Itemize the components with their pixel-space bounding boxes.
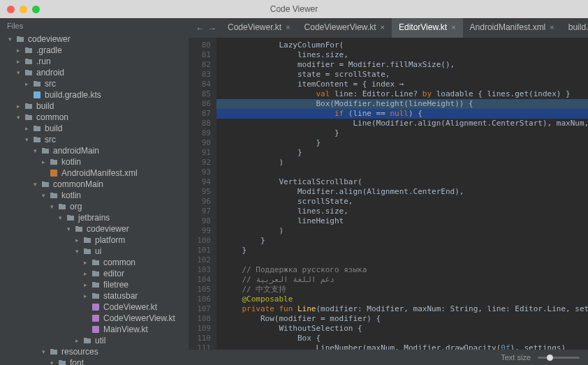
slider-thumb[interactable] — [547, 355, 553, 361]
tree-item[interactable]: ▸platform — [0, 234, 189, 246]
editor-tab[interactable]: build.gradle.kts× — [561, 18, 588, 38]
chevron-right-icon[interactable]: ▸ — [75, 337, 82, 344]
tree-item[interactable]: ▸filetree — [0, 279, 189, 290]
tree-item[interactable]: ▸statusbar — [0, 290, 189, 301]
chevron-down-icon[interactable]: ▾ — [50, 359, 57, 365]
tree-item[interactable]: CodeViewerView.kt — [0, 313, 189, 324]
code-line[interactable]: WithoutSelection { — [216, 324, 588, 334]
chevron-down-icon[interactable]: ▾ — [75, 248, 82, 255]
tree-item[interactable]: ▸build — [0, 123, 189, 134]
tree-item[interactable]: ▾org — [0, 201, 189, 212]
tree-item[interactable]: AndroidManifest.xml — [0, 167, 189, 179]
chevron-right-icon[interactable]: ▸ — [84, 259, 91, 266]
code-content[interactable]: LazyColumnFor( lines.size, modifier = Mo… — [216, 38, 588, 350]
chevron-right-icon[interactable]: ▸ — [17, 47, 24, 54]
tree-item[interactable]: ▾codeviewer — [0, 33, 189, 45]
tree-item[interactable]: ▸editor — [0, 268, 189, 279]
window-maximize-button[interactable] — [32, 6, 40, 13]
chevron-down-icon[interactable]: ▾ — [17, 69, 24, 76]
editor-tab[interactable]: AndroidManifest.xml× — [463, 18, 561, 38]
code-line[interactable]: private fun Line(modifier: Modifier, max… — [216, 304, 588, 314]
code-line[interactable]: ) — [216, 158, 588, 167]
tree-item[interactable]: ▾android — [0, 67, 189, 78]
tree-item[interactable]: ▾src — [0, 134, 189, 145]
chevron-right-icon[interactable]: ▸ — [17, 58, 24, 65]
code-line[interactable]: // 中文支持 — [216, 285, 588, 295]
chevron-right-icon[interactable]: ▸ — [75, 237, 82, 244]
code-line[interactable]: lines.size, — [216, 207, 588, 216]
chevron-right-icon[interactable]: ▸ — [84, 281, 91, 288]
chevron-down-icon[interactable]: ▾ — [34, 147, 41, 154]
chevron-right-icon[interactable]: ▸ — [25, 80, 32, 87]
code-editor[interactable]: 8081828384858687888990919293949596979899… — [189, 38, 588, 350]
chevron-down-icon[interactable]: ▾ — [59, 214, 66, 221]
tree-item[interactable]: ▸kotlin — [0, 156, 189, 167]
chevron-right-icon[interactable]: ▸ — [84, 292, 91, 299]
nav-forward-icon[interactable]: → — [207, 23, 216, 33]
tree-item[interactable]: ▸util — [0, 335, 189, 346]
chevron-down-icon[interactable]: ▾ — [67, 225, 74, 232]
code-line[interactable]: Box { — [216, 334, 588, 343]
code-line[interactable]: } — [216, 246, 588, 255]
nav-back-icon[interactable]: ← — [196, 23, 205, 33]
code-line[interactable]: Modifier.align(Alignment.CenterEnd), — [216, 187, 588, 197]
code-line[interactable]: LineNumber(maxNum, Modifier.drawOpacity(… — [216, 343, 588, 350]
text-size-slider[interactable] — [538, 357, 580, 359]
tree-item[interactable]: MainView.kt — [0, 324, 189, 335]
chevron-down-icon[interactable]: ▾ — [8, 36, 15, 43]
code-line[interactable]: ) — [216, 226, 588, 236]
tree-item[interactable]: ▸.run — [0, 56, 189, 67]
close-icon[interactable]: × — [451, 23, 455, 31]
close-icon[interactable]: × — [550, 23, 554, 31]
chevron-down-icon[interactable]: ▾ — [42, 348, 49, 355]
tree-item[interactable]: build.gradle.kts — [0, 89, 189, 100]
tree-item[interactable]: ▾font — [0, 357, 189, 365]
tree-item[interactable]: ▸common — [0, 257, 189, 268]
tree-item[interactable]: ▾commonMain — [0, 179, 189, 190]
code-line[interactable]: val line: Editor.Line? by loadable { lin… — [216, 89, 588, 99]
tree-item[interactable]: ▾kotlin — [0, 190, 189, 201]
chevron-down-icon[interactable]: ▾ — [42, 192, 49, 199]
code-line[interactable]: } — [216, 236, 588, 246]
tree-item[interactable]: ▾resources — [0, 346, 189, 357]
chevron-right-icon[interactable]: ▸ — [17, 103, 24, 110]
window-close-button[interactable] — [7, 6, 15, 13]
chevron-down-icon[interactable]: ▾ — [50, 203, 57, 210]
code-line[interactable]: lines.size, — [216, 50, 588, 60]
chevron-down-icon[interactable]: ▾ — [34, 181, 41, 188]
editor-tab[interactable]: CodeViewerView.kt× — [297, 18, 392, 38]
code-line[interactable]: VerticalScrollbar( — [216, 177, 588, 187]
window-minimize-button[interactable] — [20, 6, 27, 13]
tree-item[interactable]: ▸build — [0, 100, 189, 112]
chevron-down-icon[interactable]: ▾ — [17, 114, 24, 121]
code-line[interactable]: lineHeight — [216, 216, 588, 226]
code-line[interactable]: LazyColumnFor( — [216, 40, 588, 50]
code-line[interactable]: modifier = Modifier.fillMaxSize(), — [216, 60, 588, 70]
code-line[interactable]: // Поддержка русского языка — [216, 265, 588, 275]
chevron-right-icon[interactable]: ▸ — [84, 270, 91, 277]
code-line[interactable]: if (line == null) { — [216, 109, 588, 119]
tree-item[interactable]: ▾ui — [0, 246, 189, 257]
code-line[interactable]: } — [216, 138, 588, 148]
chevron-right-icon[interactable]: ▸ — [25, 125, 32, 132]
code-line[interactable] — [216, 167, 588, 177]
tree-item[interactable]: ▾codeviewer — [0, 223, 189, 234]
tree-item[interactable]: ▸.gradle — [0, 45, 189, 56]
tree-item[interactable]: ▸src — [0, 78, 189, 89]
code-line[interactable]: } — [216, 128, 588, 138]
code-line[interactable]: Box(Modifier.height(lineHeight)) { — [216, 99, 588, 109]
editor-tab[interactable]: CodeViewer.kt× — [221, 18, 297, 38]
code-line[interactable]: scrollState, — [216, 197, 588, 207]
close-icon[interactable]: × — [286, 23, 290, 31]
code-line[interactable]: Row(modifier = modifier) { — [216, 314, 588, 324]
code-line[interactable]: state = scrollState, — [216, 70, 588, 80]
code-line[interactable]: // دعم اللغة العربية — [216, 275, 588, 285]
tree-item[interactable]: ▾jetbrains — [0, 212, 189, 223]
code-line[interactable] — [216, 255, 588, 265]
code-line[interactable]: Line(Modifier.align(Alignment.CenterStar… — [216, 119, 588, 128]
close-icon[interactable]: × — [381, 23, 385, 31]
editor-tab[interactable]: EditorView.kt× — [392, 18, 463, 38]
code-line[interactable]: itemContent = { index → — [216, 80, 588, 89]
chevron-down-icon[interactable]: ▾ — [25, 136, 32, 143]
code-line[interactable]: @Composable — [216, 295, 588, 304]
